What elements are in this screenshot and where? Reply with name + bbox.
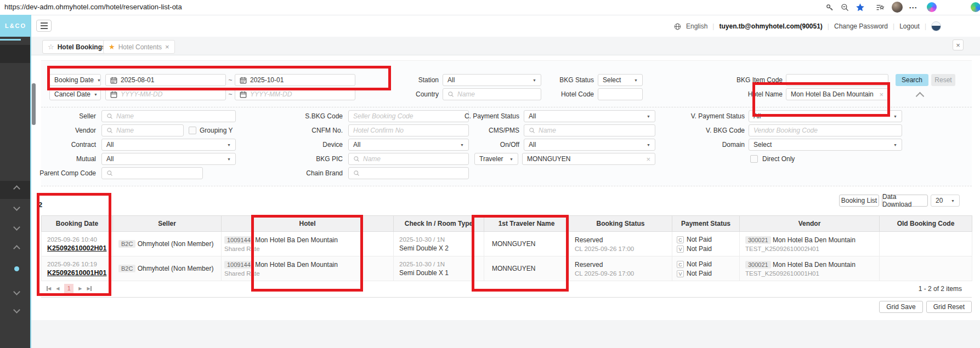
hotel-code-input[interactable] xyxy=(598,88,643,100)
grid-reset-button[interactable]: Grid Reset xyxy=(926,301,972,313)
cancel-date-type-select[interactable]: Cancel Date▼ xyxy=(49,88,101,100)
chain-brand-input[interactable] xyxy=(348,167,469,179)
booking-date-from-input[interactable]: 2025-08-01 xyxy=(105,74,226,86)
logo-underline xyxy=(0,39,21,41)
domain-select[interactable]: Select▼ xyxy=(749,139,902,151)
close-all-tabs-button[interactable]: × xyxy=(953,39,964,50)
booking-date-to-input[interactable]: 2025-10-01 xyxy=(235,74,355,86)
cell-payment-status: CNot PaidVNot Paid xyxy=(672,232,740,256)
grouping-checkbox[interactable] xyxy=(189,127,196,134)
parent-comp-code-label: Parent Comp Code xyxy=(14,167,96,179)
col-header-old-booking-code[interactable]: Old Booking Code xyxy=(880,216,972,232)
customer-payment-tag: C xyxy=(677,236,684,243)
bkg-pic-label: BKG PIC xyxy=(260,153,343,165)
seller-input[interactable]: Name xyxy=(101,110,236,122)
pagination-bar: ◀ ◀ 1 ▶ ▶ 1 - 2 of 2 items xyxy=(41,280,972,298)
col-header-vendor[interactable]: Vendor xyxy=(740,216,880,232)
search-icon xyxy=(353,170,360,176)
data-download-button[interactable]: Data Download xyxy=(882,195,928,207)
contract-label: Contract xyxy=(14,139,96,151)
hotel-name-input[interactable]: Mon Hotel Ba Den Mountain× xyxy=(786,88,888,100)
pager-last-button[interactable]: ▶ xyxy=(87,286,91,291)
bkg-item-code-input[interactable] xyxy=(786,74,888,86)
vendor-input[interactable]: Name xyxy=(101,124,184,136)
hamburger-menu-button[interactable] xyxy=(36,20,52,32)
traveler-clear-icon[interactable]: × xyxy=(646,155,650,163)
sidebar-active-block[interactable] xyxy=(0,45,30,63)
reset-button[interactable]: Reset xyxy=(931,74,955,86)
cell-booking-status: ReservedCL 2025-09-26 17:00 xyxy=(569,232,672,256)
search-icon xyxy=(106,127,113,134)
seller-type-badge: B2C xyxy=(118,265,135,272)
traveler-type-select[interactable]: Traveler▼ xyxy=(474,153,518,165)
logout-link[interactable]: Logout xyxy=(899,22,920,30)
pager-prev-button[interactable]: ◀ xyxy=(56,286,59,291)
copilot-icon[interactable] xyxy=(927,2,937,12)
grid-save-button[interactable]: Grid Save xyxy=(879,301,922,313)
filter-divider xyxy=(41,107,972,107)
corner-profile-icon[interactable] xyxy=(971,2,980,12)
favorite-star-icon[interactable] xyxy=(856,3,865,12)
search-icon xyxy=(106,170,113,176)
cancel-date-from-input[interactable]: YYYY-MM-DD xyxy=(105,88,226,100)
messenger-icon[interactable] xyxy=(931,21,941,31)
tab-close-icon[interactable]: × xyxy=(165,43,169,51)
page-size-select[interactable]: 20▼ xyxy=(931,195,960,207)
col-header-booking-date[interactable]: Booking Date xyxy=(42,216,113,232)
v-payment-status-select[interactable]: All▼ xyxy=(749,110,902,122)
pager-first-button[interactable]: ◀ xyxy=(47,286,51,291)
tab-hotel-contents[interactable]: ★ Hotel Contents × xyxy=(103,40,175,54)
divider: | xyxy=(828,22,829,30)
on-off-select[interactable]: All▼ xyxy=(524,139,655,151)
key-icon[interactable] xyxy=(825,3,834,12)
language-selector[interactable]: English xyxy=(686,22,707,30)
pager-next-button[interactable]: ▶ xyxy=(78,286,82,291)
bkg-status-label: BKG Status xyxy=(525,74,594,86)
col-header-seller[interactable]: Seller xyxy=(113,216,222,232)
bkg-pic-input[interactable]: Name xyxy=(348,153,469,165)
col-header-hotel[interactable]: Hotel xyxy=(222,216,394,232)
mutual-select[interactable]: All▼ xyxy=(101,153,236,165)
collections-icon[interactable] xyxy=(875,3,885,12)
browser-menu-icon[interactable]: ⋯ xyxy=(908,3,917,12)
direct-only-label: Direct Only xyxy=(762,153,795,165)
col-header-traveler[interactable]: 1st Traveler Name xyxy=(484,216,569,232)
bkg-status-select[interactable]: Select▼ xyxy=(598,74,643,86)
search-button[interactable]: Search xyxy=(896,74,928,86)
bookings-table: Booking Date Seller Hotel Check In / Roo… xyxy=(41,215,972,281)
domain-label: Domain xyxy=(661,139,745,151)
cell-hotel: 1009144 Mon Hotel Ba Den MountainShared … xyxy=(222,232,394,256)
contract-select[interactable]: All▼ xyxy=(101,139,236,151)
on-off-label: On/Off xyxy=(436,139,519,151)
col-header-booking-status[interactable]: Booking Status xyxy=(569,216,672,232)
booking-date-type-select[interactable]: Booking Date▼ xyxy=(49,74,101,86)
star-filled-icon: ★ xyxy=(109,43,115,51)
traveler-input[interactable]: MONNGUYEN× xyxy=(522,153,655,165)
address-bar[interactable]: https://dev-adm.ohmyhotel.com/hotel/rese… xyxy=(4,3,182,11)
col-header-checkin[interactable]: Check In / Room Type xyxy=(394,216,484,232)
pager-current-page[interactable]: 1 xyxy=(64,284,73,293)
booking-code-link[interactable]: K25092610002H01 xyxy=(47,244,106,252)
browser-profile-avatar[interactable] xyxy=(892,2,903,13)
cms-pms-input[interactable]: Name xyxy=(524,124,655,136)
change-password-link[interactable]: Change Password xyxy=(834,22,888,30)
zoom-out-icon[interactable] xyxy=(840,3,849,12)
parent-comp-code-input[interactable] xyxy=(101,167,203,179)
brand-logo[interactable]: L&CO xyxy=(0,15,31,37)
col-header-payment-status[interactable]: Payment Status xyxy=(672,216,740,232)
c-payment-status-select[interactable]: All▼ xyxy=(524,110,655,122)
hotel-name-clear-icon[interactable]: × xyxy=(879,90,883,99)
cell-traveler: MONNGUYEN xyxy=(484,232,569,256)
v-payment-status-label: V. Payment Status xyxy=(661,110,745,122)
cell-hotel: 1009144 Mon Hotel Ba Den MountainShared … xyxy=(222,256,394,281)
star-outline-icon[interactable]: ☆ xyxy=(48,43,54,51)
table-row[interactable]: 2025-09-26 10:40K25092610002H01 B2C Ohmy… xyxy=(42,232,972,256)
grouping-label: Grouping Y xyxy=(200,124,233,136)
booking-code-link[interactable]: K25092610001H01 xyxy=(47,269,106,277)
v-bkg-code-input[interactable]: Vendor Booking Code xyxy=(749,124,902,136)
mutual-label: Mutual xyxy=(14,153,96,165)
booking-list-button[interactable]: Booking List xyxy=(839,195,879,207)
direct-only-checkbox[interactable] xyxy=(750,155,758,163)
cancel-date-to-input[interactable]: YYYY-MM-DD xyxy=(235,88,355,100)
table-row[interactable]: 2025-09-26 10:19K25092610001H01 B2C Ohmy… xyxy=(42,256,972,281)
